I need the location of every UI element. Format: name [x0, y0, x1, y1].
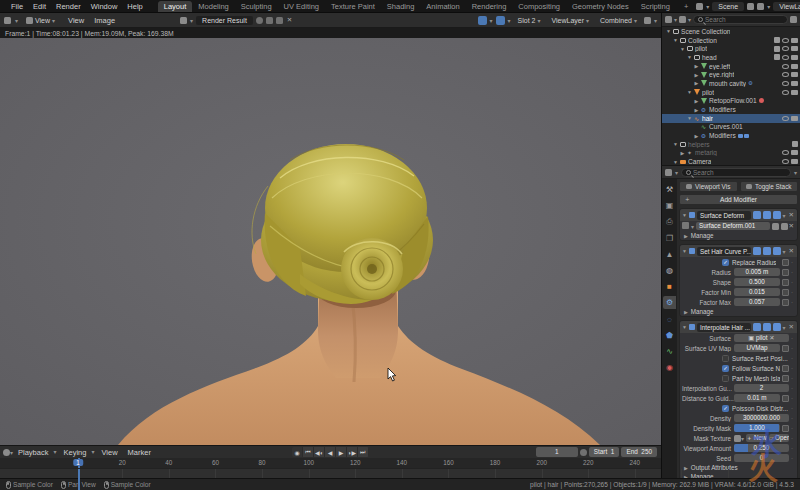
outliner-item-modifiers[interactable]: ▶⚙Modifiers: [662, 105, 800, 114]
modifier-extras-icon[interactable]: ▾: [783, 212, 786, 219]
expand-icon[interactable]: ▼: [686, 89, 693, 95]
edit-mode-toggle-icon[interactable]: [753, 247, 761, 255]
unlink-image-icon[interactable]: ✕: [286, 16, 293, 24]
image-menu-view[interactable]: View: [63, 16, 89, 25]
attribute-toggle-icon[interactable]: [782, 269, 789, 276]
viewlayer-dropdown-icon[interactable]: ▾: [767, 3, 770, 10]
animate-dot-icon[interactable]: ·: [789, 335, 795, 341]
outliner-item-camera[interactable]: ▼Camera: [662, 157, 800, 165]
outliner-item-scene-collection[interactable]: ▼Scene Collection: [662, 27, 800, 36]
expand-icon[interactable]: ▼: [679, 46, 686, 52]
new-texture-button[interactable]: ＋ New: [746, 434, 767, 442]
expand-icon[interactable]: ▼: [686, 54, 693, 60]
render-pass-selector[interactable]: Combined▾: [596, 16, 641, 25]
menu-file[interactable]: File: [6, 2, 28, 11]
render-camera-icon[interactable]: [791, 38, 798, 43]
properties-tab-scene[interactable]: ▲: [663, 248, 676, 261]
properties-tab-render[interactable]: ▣: [663, 199, 676, 212]
frame-end-field[interactable]: End 250: [621, 447, 657, 457]
animate-dot-icon[interactable]: ·: [789, 299, 795, 305]
animate-dot-icon[interactable]: ·: [789, 289, 795, 295]
autokey-toggle-icon[interactable]: ◉: [292, 447, 303, 457]
add-modifier-button[interactable]: ＋Add Modifier: [679, 194, 798, 205]
hide-eye-icon[interactable]: [782, 55, 789, 60]
subpanel-manage[interactable]: ▶Manage: [680, 231, 797, 240]
properties-search-input[interactable]: Search: [681, 168, 791, 177]
id-dropdown-icon[interactable]: ▾: [691, 223, 694, 230]
workspace-tab-compositing[interactable]: Compositing: [512, 1, 566, 12]
image-pin-icon[interactable]: [266, 17, 273, 24]
frame-start-field[interactable]: Start 1: [589, 447, 620, 457]
outliner-item-helpers[interactable]: ▼helpers: [662, 140, 800, 149]
timeline-menu-keying[interactable]: Keying: [58, 448, 91, 457]
properties-tab-constraints[interactable]: ⬟: [663, 329, 676, 342]
workspace-tab-shading[interactable]: Shading: [381, 1, 421, 12]
render-toggle-icon[interactable]: [773, 247, 781, 255]
exclude-checkbox[interactable]: [774, 46, 780, 52]
animate-dot-icon[interactable]: ·: [789, 385, 795, 391]
value-field[interactable]: 3000000.000: [734, 414, 789, 422]
expand-icon[interactable]: ▼: [686, 115, 693, 121]
modifier-name[interactable]: Set Hair Curve P...: [697, 247, 751, 256]
timeline-menu-playback[interactable]: Playback: [13, 448, 53, 457]
render-toggle-icon[interactable]: [773, 323, 781, 331]
hide-eye-icon[interactable]: [782, 64, 789, 69]
viewlayer-selector[interactable]: ViewLayer: [773, 2, 800, 11]
checkbox-checked[interactable]: ✓: [722, 405, 729, 412]
expand-icon[interactable]: ▼: [682, 248, 687, 254]
hide-eye-icon[interactable]: [782, 90, 789, 95]
expand-icon[interactable]: ▼: [682, 324, 687, 330]
properties-tab-world[interactable]: ◍: [663, 264, 676, 277]
editor-type-image-icon[interactable]: [4, 17, 11, 24]
value-field[interactable]: 0.015: [734, 288, 780, 296]
outliner-item-head[interactable]: ▼head: [662, 53, 800, 62]
expand-icon[interactable]: ▼: [672, 37, 679, 43]
texture-dropdown-icon[interactable]: ▾: [741, 435, 744, 442]
render-camera-icon[interactable]: [791, 72, 798, 77]
overlay-toggle-icon[interactable]: [496, 16, 505, 25]
workspace-tab-geometry-nodes[interactable]: Geometry Nodes: [566, 1, 635, 12]
slider-field[interactable]: 0.250: [734, 444, 789, 452]
value-field[interactable]: 2: [734, 384, 789, 392]
render-slot-selector[interactable]: Slot 2▾: [514, 16, 545, 25]
timeline-menu-view[interactable]: View: [96, 448, 122, 457]
value-field[interactable]: 0.500: [734, 278, 780, 286]
value-field[interactable]: UVMap: [734, 344, 780, 352]
render-camera-icon[interactable]: [791, 81, 798, 86]
expand-icon[interactable]: ▼: [672, 159, 679, 165]
value-field[interactable]: 0.057: [734, 298, 780, 306]
modifier-extras-icon[interactable]: ▾: [783, 324, 786, 331]
exclude-checkbox[interactable]: [792, 141, 798, 147]
render-camera-icon[interactable]: [791, 46, 798, 51]
attribute-toggle-icon[interactable]: [782, 345, 789, 352]
display-channels-icon[interactable]: [644, 17, 651, 24]
render-camera-icon[interactable]: [791, 90, 798, 95]
outliner-filter-obj-icon[interactable]: [679, 16, 686, 23]
render-camera-icon[interactable]: [791, 64, 798, 69]
properties-tab-physics[interactable]: ◌: [663, 313, 676, 326]
properties-tab-data[interactable]: ∿: [663, 345, 676, 358]
menu-render[interactable]: Render: [51, 2, 86, 11]
outliner-item-mouth-cavity[interactable]: ▶mouth cavity⚙: [662, 79, 800, 88]
open-texture-button[interactable]: ▱ Open: [769, 434, 790, 442]
workspace-tab-texture-paint[interactable]: Texture Paint: [325, 1, 381, 12]
expand-icon[interactable]: ▶: [693, 133, 700, 139]
expand-icon[interactable]: ▶: [693, 107, 700, 113]
realtime-toggle-icon[interactable]: [763, 323, 771, 331]
outliner-item-eye-right[interactable]: ▶eye.right: [662, 70, 800, 79]
edit-mode-toggle-icon[interactable]: [753, 211, 761, 219]
outliner-item-eye-left[interactable]: ▶eye.left: [662, 62, 800, 71]
outliner-display-mode-icon[interactable]: [665, 16, 672, 23]
modifier-name[interactable]: Surface Deform: [697, 211, 751, 220]
render-result-image[interactable]: [0, 38, 661, 445]
menu-edit[interactable]: Edit: [28, 2, 51, 11]
next-keyframe-button[interactable]: ◗▶: [347, 447, 358, 457]
play-button[interactable]: ▶: [336, 447, 347, 457]
attribute-toggle-icon[interactable]: [782, 299, 789, 306]
scene-dropdown-icon[interactable]: ▾: [706, 3, 709, 10]
outliner-search-input[interactable]: Search: [693, 15, 788, 24]
editor-type-timeline-icon[interactable]: [3, 449, 10, 456]
workspace-tab-animation[interactable]: Animation: [420, 1, 465, 12]
outliner-item-retopoflow-001[interactable]: ▶RetopoFlow.001: [662, 97, 800, 106]
gizmo-toggle-icon[interactable]: [478, 16, 487, 25]
